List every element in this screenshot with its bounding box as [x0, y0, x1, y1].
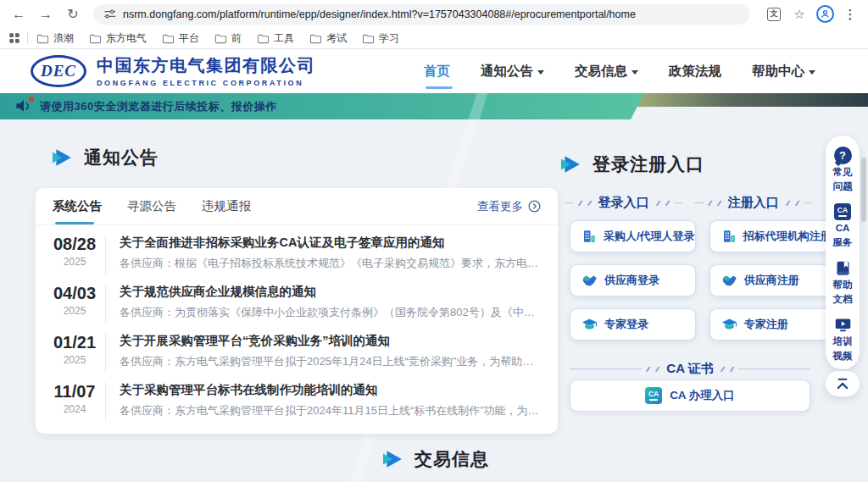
supplier-register-button[interactable]: 供应商注册	[709, 264, 832, 296]
site-header: DEC 中国东方电气集团有限公司 DONGFANG ELECTRIC CORPO…	[0, 50, 868, 93]
purchaser-agent-login-button[interactable]: 采购人/代理人登录	[570, 220, 696, 252]
notice-row[interactable]: 11/07 2024 关于采购管理平台标书在线制作功能培训的通知 各供应商：东方…	[36, 373, 558, 422]
nav-item-help-center[interactable]: 帮助中心	[752, 58, 815, 86]
notice-body: 关于采购管理平台标书在线制作功能培训的通知 各供应商：东方电气采购管理平台拟于2…	[105, 382, 541, 422]
forward-icon[interactable]: →	[36, 4, 56, 25]
nav-item-trade-info[interactable]: 交易信息	[575, 58, 638, 86]
folder-icon	[36, 33, 49, 44]
view-more-link[interactable]: 查看更多	[477, 199, 541, 214]
tick-decoration	[707, 200, 711, 206]
tab-violation-reports[interactable]: 违规通报	[202, 188, 251, 224]
nav-item-home[interactable]: 首页	[424, 58, 450, 86]
graduation-cap-icon	[721, 317, 737, 333]
bookmark-star-icon[interactable]: ☆	[790, 5, 809, 24]
profile-avatar[interactable]	[815, 5, 834, 24]
bidding-agency-register-button[interactable]: 招标代理机构注册	[709, 220, 832, 252]
nav-item-policy[interactable]: 政策法规	[669, 58, 721, 86]
dec-logo-icon: DEC	[31, 55, 86, 87]
divider	[674, 202, 683, 203]
login-register-buttons: 采购人/代理人登录 招标代理机构注册 供应商登录 供应商注册 专家登录 专家注册	[570, 220, 810, 341]
notice-row[interactable]: 04/03 2025 关于规范供应商企业规模信息的通知 各供应商：为贯彻落实《保…	[36, 274, 558, 324]
bookmark-item[interactable]: 学习	[362, 31, 399, 46]
scrollbar-thumb[interactable]	[861, 158, 866, 222]
scroll-to-top-button[interactable]	[826, 371, 860, 396]
bookmark-item[interactable]: 工具	[257, 31, 294, 46]
nav-label: 通知公告	[481, 63, 533, 80]
back-icon[interactable]: ←	[8, 4, 29, 25]
bookmark-item[interactable]: 考试	[309, 31, 347, 46]
folder-icon	[89, 33, 102, 44]
notice-date-md: 01/21	[44, 333, 105, 352]
bookmark-item[interactable]: 浪潮	[36, 31, 74, 46]
help-docs-shortcut[interactable]: 帮助 文档	[833, 259, 853, 305]
page-body: 请使用360安全浏览器进行后续投标、报价操作 通知公告 系统公告 寻源公告 违规…	[0, 93, 868, 482]
expert-register-button[interactable]: 专家注册	[709, 308, 832, 341]
folder-icon	[362, 33, 375, 44]
nav-item-notices[interactable]: 通知公告	[481, 58, 544, 86]
login-subheader: 登录入口	[565, 195, 682, 211]
handshake-icon	[581, 273, 598, 289]
button-label: 采购人/代理人登录	[604, 229, 695, 244]
building-icon	[721, 229, 737, 244]
ca-badge-icon: CA	[834, 203, 851, 220]
chevron-down-icon	[809, 70, 815, 75]
nav-label: 交易信息	[575, 63, 627, 80]
nav-label: 帮助中心	[752, 63, 804, 80]
supplier-login-button[interactable]: 供应商登录	[570, 264, 696, 296]
bookmark-item[interactable]: 前	[214, 31, 242, 46]
notices-card: 系统公告 寻源公告 违规通报 查看更多 08/28 2025 关于全面推进非招标…	[36, 188, 558, 434]
section-title: 通知公告	[84, 146, 159, 169]
menu-icon[interactable]: ⋮	[841, 5, 860, 24]
notice-title: 关于开展采购管理平台“竞价采购业务”培训的通知	[120, 333, 541, 349]
faq-shortcut[interactable]: ? 常见 问题	[833, 147, 853, 192]
apps-grid-icon[interactable]	[8, 32, 20, 44]
section-arrow-icon	[53, 149, 73, 166]
trade-section-header: 交易信息	[383, 447, 489, 471]
nav-label: 首页	[424, 63, 450, 80]
login-subheader-label: 登录入口	[598, 195, 649, 211]
button-label: 招标代理机构注册	[743, 229, 832, 244]
bookmark-label: 平台	[179, 31, 199, 46]
ca-service-shortcut[interactable]: CA CA 服务	[833, 203, 853, 248]
tab-sourcing-notices[interactable]: 寻源公告	[127, 188, 176, 224]
company-logo[interactable]: DEC 中国东方电气集团有限公司 DONGFANG ELECTRIC CORPO…	[31, 54, 315, 87]
section-arrow-icon	[561, 156, 581, 173]
tick-decoration	[655, 366, 659, 372]
notice-row[interactable]: 01/21 2025 关于开展采购管理平台“竞价采购业务”培训的通知 各供应商：…	[36, 324, 558, 373]
folder-icon	[309, 33, 322, 44]
alert-dot	[29, 97, 34, 102]
company-name-cn: 中国东方电气集团有限公司	[97, 54, 315, 77]
notice-title: 关于全面推进非招标采购业务CA认证及电子签章应用的通知	[120, 235, 541, 251]
training-videos-shortcut[interactable]: 培训 视频	[833, 316, 853, 362]
divider	[738, 368, 810, 369]
site-settings-icon[interactable]	[103, 8, 116, 20]
bookmark-item[interactable]: 东方电气	[89, 31, 147, 46]
url-bar[interactable]: nsrm.dongfang.com/platform/runtime/epp/d…	[93, 4, 749, 25]
ca-entry-button[interactable]: CA CA 办理入口	[570, 380, 810, 412]
browser-window: ← → ↻ nsrm.dongfang.com/platform/runtime…	[0, 0, 868, 482]
notice-row[interactable]: 08/28 2025 关于全面推进非招标采购业务CA认证及电子签章应用的通知 各…	[36, 225, 558, 274]
notice-date: 08/28 2025	[44, 235, 105, 274]
register-subheader-label: 注册入口	[728, 195, 779, 211]
ca-badge-icon: CA	[645, 387, 662, 404]
company-name: 中国东方电气集团有限公司 DONGFANG ELECTRIC CORPORATI…	[97, 54, 315, 87]
notice-date-year: 2025	[44, 256, 105, 268]
expert-login-button[interactable]: 专家登录	[570, 308, 696, 341]
divider	[565, 202, 574, 203]
document-icon	[834, 259, 852, 277]
speaker-icon	[15, 99, 32, 114]
shortcut-label: 问题	[833, 181, 853, 193]
reload-icon[interactable]: ↻	[63, 4, 83, 25]
tick-decoration	[716, 200, 721, 206]
shortcut-label: 帮助	[833, 280, 853, 291]
tab-system-notices[interactable]: 系统公告	[53, 188, 102, 224]
button-label: 专家注册	[744, 317, 788, 332]
notice-date-md: 11/07	[44, 382, 105, 402]
main-nav: 首页 通知公告 交易信息 政策法规 帮助中心	[424, 50, 815, 93]
notice-desc: 各供应商：东方电气采购管理平台拟于2024年11月15日上线“标书在线制作”功能…	[120, 403, 541, 418]
folder-icon	[257, 33, 270, 44]
translate-icon[interactable]: 文	[765, 5, 783, 24]
shortcut-label: 文档	[833, 294, 853, 306]
bookmark-item[interactable]: 平台	[162, 31, 199, 46]
shortcut-label: 常见	[833, 167, 853, 179]
